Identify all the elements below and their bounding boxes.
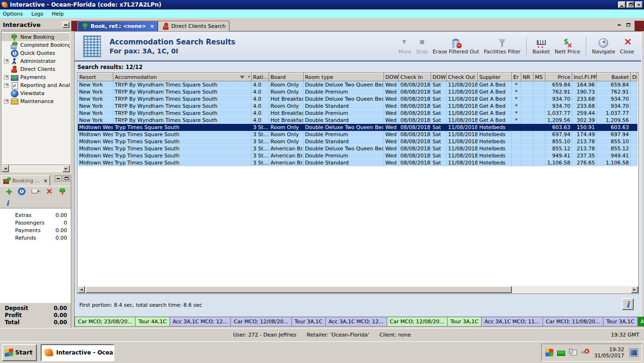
booking-tool-button[interactable] bbox=[45, 188, 54, 197]
column-header[interactable]: Er bbox=[512, 73, 521, 81]
main-panel-maximize-button[interactable] bbox=[625, 22, 632, 28]
sidebar-item[interactable]: New Booking bbox=[1, 33, 70, 41]
basket-item-tab[interactable]: Acc 3A,1C MCO; 12... bbox=[326, 317, 387, 327]
result-row[interactable]: Midtown WestTryp Times Square South3 St.… bbox=[78, 138, 637, 145]
toolbar-button[interactable]: Stop bbox=[414, 37, 430, 55]
result-row[interactable]: Midtown WestTryp Times Square South3 St.… bbox=[78, 124, 637, 131]
result-row[interactable]: Midtown WestTryp Times Square South3 St.… bbox=[78, 152, 637, 159]
column-header[interactable]: Incl.Fl.PP bbox=[572, 73, 597, 81]
booking-tab-close-icon[interactable]: × bbox=[43, 178, 48, 184]
toolbar-button[interactable]: More bbox=[396, 37, 414, 55]
basket-item-tab[interactable]: Tour 3A,1C bbox=[292, 317, 326, 327]
volume-muted-icon[interactable] bbox=[581, 349, 589, 356]
booking-panel-minimize-button[interactable] bbox=[55, 175, 62, 182]
basket-item-tab[interactable]: Tour 4A,1C bbox=[136, 317, 169, 327]
sidebar-item[interactable]: Payments bbox=[1, 73, 70, 81]
toolbar-button[interactable]: Nett Price bbox=[552, 37, 583, 55]
toolbar-button[interactable]: Erase Filtered Out bbox=[430, 37, 481, 55]
basket-item-tab[interactable]: Tour 3A,1C bbox=[448, 317, 482, 327]
display-settings-icon[interactable] bbox=[630, 349, 638, 356]
network-connection-icon[interactable] bbox=[569, 349, 577, 356]
column-header[interactable]: Basket bbox=[597, 73, 631, 81]
info-button[interactable] bbox=[622, 298, 634, 310]
booking-tool-button[interactable] bbox=[4, 188, 13, 197]
column-header[interactable]: Rati... bbox=[252, 73, 269, 81]
column-header[interactable]: Price bbox=[545, 73, 572, 81]
main-panel-minimize-button[interactable] bbox=[616, 22, 623, 28]
result-row[interactable]: New YorkTRYP By Wyndham Times Square Sou… bbox=[78, 95, 637, 103]
basket-item-tab-label: Tour 4A,1C bbox=[138, 319, 166, 325]
booking-tool-button[interactable] bbox=[31, 188, 41, 197]
basket-item-tab[interactable]: Car MCO; 23/08/20... bbox=[75, 317, 136, 327]
column-header[interactable]: Supplier bbox=[478, 73, 512, 81]
basket-item-tab[interactable]: Acc 3A,1C EWR bbox=[638, 317, 644, 327]
expand-icon[interactable] bbox=[4, 75, 8, 79]
result-row[interactable]: New YorkTRYP By Wyndham Times Square Sou… bbox=[78, 117, 637, 124]
column-header[interactable]: Resort bbox=[78, 73, 113, 81]
toolbar-button[interactable]: Navigate bbox=[590, 37, 618, 55]
column-header[interactable]: DOW bbox=[431, 73, 447, 81]
toolbar-button[interactable]: Basket bbox=[530, 37, 552, 55]
result-row[interactable]: Midtown WestTryp Times Square South3 St.… bbox=[78, 145, 637, 152]
menu-item[interactable]: Options bbox=[3, 11, 23, 17]
network-card-icon[interactable] bbox=[557, 351, 565, 356]
column-header[interactable]: Dis bbox=[631, 73, 637, 81]
document-tab[interactable]: Direct Clients Search × bbox=[158, 21, 229, 31]
tab-close-icon[interactable]: × bbox=[150, 23, 154, 29]
restore-button[interactable] bbox=[627, 1, 634, 8]
toolbar-button[interactable]: Facilities Filter bbox=[482, 37, 523, 55]
basket-item-tab[interactable]: Car MCO; 11/08/20... bbox=[543, 317, 603, 327]
toolbar-button[interactable]: Close bbox=[618, 37, 636, 55]
scrollbar-thumb[interactable] bbox=[85, 286, 512, 293]
taskbar-task-button[interactable]: Interactive - Ocea... bbox=[41, 344, 114, 361]
table-horizontal-scrollbar[interactable]: ◄ ► bbox=[77, 286, 638, 294]
sidebar-item[interactable]: Viewdata bbox=[1, 89, 70, 97]
menu-item[interactable]: Logs bbox=[31, 11, 43, 17]
sidebar-item[interactable]: Quick Quotes bbox=[1, 49, 70, 57]
close-button[interactable]: × bbox=[635, 1, 643, 8]
result-row[interactable]: Midtown WestTryp Times Square South3 St.… bbox=[78, 159, 637, 166]
scroll-right-icon[interactable]: ► bbox=[62, 165, 70, 172]
column-header[interactable]: MS bbox=[534, 73, 545, 81]
expand-icon[interactable] bbox=[4, 59, 8, 63]
column-header[interactable]: NR bbox=[521, 73, 534, 81]
basket-item-tab[interactable]: Car MCO; 12/08/20... bbox=[231, 317, 291, 327]
minimize-button[interactable] bbox=[618, 1, 626, 8]
sidebar-item[interactable]: Completed Bookings bbox=[1, 41, 70, 49]
column-header[interactable]: DOW bbox=[384, 73, 399, 81]
column-header[interactable]: Check In bbox=[399, 73, 431, 81]
booking-tool-button[interactable] bbox=[59, 188, 68, 197]
menu-item[interactable]: Help bbox=[52, 11, 64, 17]
basket-item-tab[interactable]: Acc 3A,1C MCO; 12... bbox=[170, 317, 231, 327]
sidebar-horizontal-scrollbar[interactable]: ◄ ► bbox=[1, 164, 70, 172]
basket-item-tab[interactable]: Acc 3A,1C MCO; 11... bbox=[482, 317, 543, 327]
sidebar-item[interactable]: Direct Clients bbox=[1, 65, 70, 73]
sidebar-collapse-button[interactable] bbox=[62, 22, 69, 28]
expand-icon[interactable] bbox=[4, 99, 8, 104]
booking-panel-maximize-button[interactable] bbox=[63, 175, 70, 182]
document-tab[interactable]: Book, ref.: <none> × bbox=[77, 21, 158, 31]
column-header[interactable]: Check Out bbox=[447, 73, 478, 81]
tray-app-icon[interactable] bbox=[545, 349, 553, 356]
column-header[interactable]: Board bbox=[269, 73, 304, 81]
booking-tool-button[interactable] bbox=[17, 188, 27, 197]
info-icon[interactable] bbox=[5, 200, 10, 207]
column-header[interactable]: Accommodation bbox=[113, 73, 252, 81]
result-row[interactable]: New YorkTRYP By Wyndham Times Square Sou… bbox=[78, 110, 637, 117]
basket-item-tab[interactable]: Car MCO; 12/08/20... bbox=[387, 317, 448, 327]
expand-icon[interactable] bbox=[4, 83, 8, 87]
result-row[interactable]: New YorkTRYP By Wyndham Times Square Sou… bbox=[78, 103, 637, 110]
column-header[interactable]: Room type bbox=[304, 73, 384, 81]
scroll-left-icon[interactable]: ◄ bbox=[1, 165, 9, 172]
result-row[interactable]: Midtown WestTryp Times Square South3 St.… bbox=[78, 131, 637, 138]
sidebar-item[interactable]: Administrator bbox=[1, 57, 70, 65]
start-button[interactable]: Start bbox=[2, 344, 37, 361]
sidebar-item[interactable]: Maintenance bbox=[1, 97, 70, 105]
booking-tab[interactable]: Booking ... × bbox=[1, 175, 50, 186]
scroll-right-icon[interactable]: ► bbox=[631, 286, 638, 293]
scroll-left-icon[interactable]: ◄ bbox=[77, 286, 85, 293]
basket-item-tab[interactable]: Tour 3A,1C bbox=[603, 317, 637, 327]
result-row[interactable]: New YorkTRYP By Wyndham Times Square Sou… bbox=[78, 88, 637, 95]
sidebar-item[interactable]: Reporting and Analyt bbox=[1, 81, 70, 89]
result-row[interactable]: New YorkTRYP By Wyndham Times Square Sou… bbox=[78, 81, 637, 88]
